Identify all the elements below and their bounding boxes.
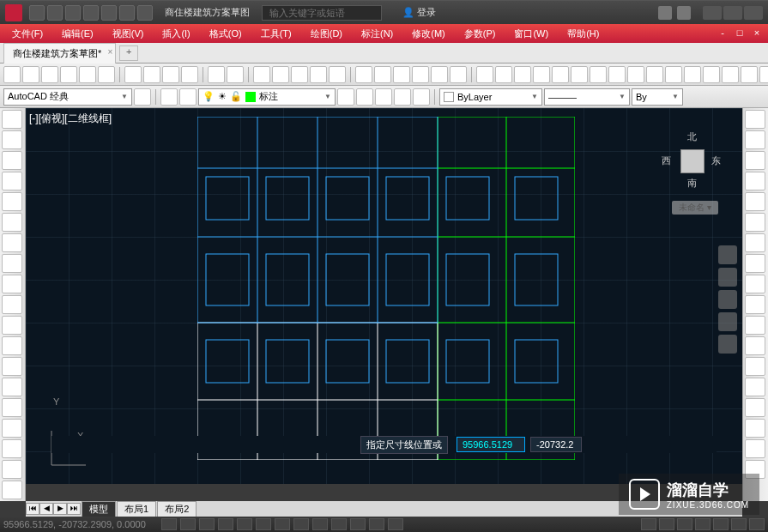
- dim-arc-icon[interactable]: [514, 66, 531, 83]
- menu-parametric[interactable]: 参数(P): [456, 25, 505, 43]
- table-icon[interactable]: [2, 460, 22, 479]
- coord-x-input[interactable]: [457, 437, 525, 452]
- help-icon[interactable]: [677, 6, 691, 20]
- publish-icon[interactable]: [98, 66, 115, 83]
- rotate-icon[interactable]: [745, 233, 765, 252]
- arc-icon[interactable]: [2, 213, 22, 232]
- qat-redo-icon[interactable]: [137, 5, 153, 21]
- workspace-dropdown[interactable]: AutoCAD 经典 ▼: [3, 88, 132, 106]
- tab-layout1[interactable]: 布局1: [117, 501, 156, 517]
- join-icon[interactable]: [745, 378, 765, 396]
- dim-continue-icon[interactable]: [646, 66, 663, 83]
- layer-previous-icon[interactable]: [337, 88, 354, 106]
- hardware-accel-icon[interactable]: [713, 518, 729, 530]
- quickcalc-icon[interactable]: [450, 66, 467, 83]
- point-icon[interactable]: [2, 378, 22, 396]
- viewcube-west[interactable]: 西: [662, 154, 671, 167]
- pan-icon[interactable]: [253, 66, 270, 83]
- erase-icon[interactable]: [745, 110, 765, 129]
- 3dosnap-icon[interactable]: [256, 518, 271, 530]
- open-icon[interactable]: [22, 66, 39, 83]
- qat-saveas-icon[interactable]: [83, 5, 99, 21]
- menu-draw[interactable]: 绘图(D): [302, 25, 351, 43]
- new-icon[interactable]: [3, 66, 21, 83]
- dim-angular-icon[interactable]: [590, 66, 607, 83]
- selection-cycling-icon[interactable]: [388, 518, 403, 530]
- match-icon[interactable]: [181, 66, 198, 83]
- design-center-icon[interactable]: [374, 66, 391, 83]
- insert-block-icon[interactable]: [2, 336, 22, 355]
- exchange-icon[interactable]: [658, 6, 672, 20]
- annotation-scale-icon[interactable]: [659, 518, 674, 530]
- qat-open-icon[interactable]: [47, 5, 63, 21]
- showmotion-icon[interactable]: [718, 335, 737, 354]
- array-icon[interactable]: [745, 192, 765, 211]
- grid-mode-icon[interactable]: [180, 518, 196, 530]
- lineweight-toggle-icon[interactable]: [331, 518, 347, 530]
- document-tab[interactable]: 商住楼建筑方案草图* ×: [3, 43, 116, 63]
- coord-y-input[interactable]: [530, 437, 582, 452]
- circle-icon[interactable]: [2, 233, 22, 252]
- dyn-input-icon[interactable]: [312, 518, 328, 530]
- zoom-icon[interactable]: [272, 66, 289, 83]
- tab-prev-icon[interactable]: ◀: [39, 503, 53, 515]
- break-icon[interactable]: [745, 357, 765, 376]
- qat-save-icon[interactable]: [65, 5, 81, 21]
- tab-last-icon[interactable]: ⏭: [67, 503, 81, 515]
- toolbar-lock-icon[interactable]: [695, 518, 711, 530]
- minimize-button[interactable]: [703, 6, 722, 20]
- osnap-icon[interactable]: [237, 518, 252, 530]
- drawing-canvas[interactable]: [-][俯视][二维线框]: [26, 108, 742, 484]
- menu-tools[interactable]: 工具(T): [252, 25, 300, 43]
- stretch-icon[interactable]: [745, 275, 765, 293]
- copy-object-icon[interactable]: [745, 130, 765, 149]
- doc-close-button[interactable]: ×: [749, 27, 765, 39]
- tab-layout2[interactable]: 布局2: [157, 501, 197, 517]
- menu-insert[interactable]: 插入(I): [154, 25, 198, 43]
- menu-modify[interactable]: 修改(M): [403, 25, 454, 43]
- print-icon[interactable]: [60, 66, 77, 83]
- menu-help[interactable]: 帮助(H): [559, 25, 608, 43]
- ortho-mode-icon[interactable]: [199, 518, 215, 530]
- layer-match-icon[interactable]: [413, 88, 430, 106]
- layer-off-icon[interactable]: [394, 88, 411, 106]
- otrack-icon[interactable]: [275, 518, 290, 530]
- view-name-dropdown[interactable]: 未命名 ▾: [672, 201, 718, 215]
- menu-file[interactable]: 文件(F): [3, 25, 51, 43]
- menu-edit[interactable]: 编辑(E): [53, 25, 102, 43]
- break-at-point-icon[interactable]: [745, 336, 765, 355]
- line-icon[interactable]: [2, 110, 22, 129]
- menu-window[interactable]: 窗口(W): [505, 25, 557, 43]
- viewport-label[interactable]: [-][俯视][二维线框]: [29, 112, 112, 126]
- viewcube-south[interactable]: 南: [687, 177, 697, 190]
- sheet-set-icon[interactable]: [412, 66, 429, 83]
- dim-tolerance-icon[interactable]: [703, 66, 720, 83]
- linetype-dropdown[interactable]: ——— ▼: [544, 88, 630, 106]
- rectangle-icon[interactable]: [2, 192, 22, 211]
- viewcube-face[interactable]: [680, 149, 705, 173]
- polyline-icon[interactable]: [2, 151, 22, 170]
- scale-icon[interactable]: [745, 254, 765, 273]
- color-dropdown[interactable]: ByLayer ▼: [439, 88, 542, 106]
- zoom-window-icon[interactable]: [291, 66, 308, 83]
- cut-icon[interactable]: [124, 66, 142, 83]
- doc-restore-button[interactable]: □: [732, 27, 747, 39]
- blend-icon[interactable]: [745, 439, 765, 458]
- dim-inspect-icon[interactable]: [741, 66, 758, 83]
- mtext-icon[interactable]: [2, 481, 22, 499]
- construction-line-icon[interactable]: [2, 130, 22, 149]
- revision-cloud-icon[interactable]: [2, 254, 22, 273]
- layer-manager-icon[interactable]: [160, 88, 178, 106]
- dim-aligned-icon[interactable]: [495, 66, 512, 83]
- paste-icon[interactable]: [162, 66, 179, 83]
- tab-next-icon[interactable]: ▶: [53, 503, 67, 515]
- gradient-icon[interactable]: [2, 419, 22, 438]
- snap-mode-icon[interactable]: [161, 518, 177, 530]
- zoom-realtime-icon[interactable]: [329, 66, 346, 83]
- new-tab-button[interactable]: +: [119, 45, 138, 61]
- zoom-extents-icon[interactable]: [718, 290, 737, 309]
- ellipse-arc-icon[interactable]: [2, 316, 22, 335]
- steering-wheel-icon[interactable]: [718, 245, 737, 264]
- maximize-button[interactable]: [723, 6, 742, 20]
- menu-format[interactable]: 格式(O): [201, 25, 251, 43]
